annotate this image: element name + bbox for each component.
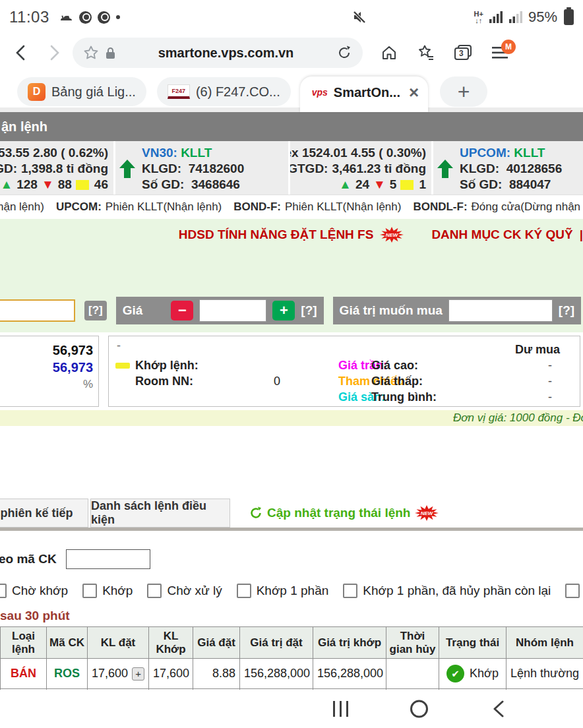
bookmarks-button[interactable]	[409, 38, 443, 67]
stock-detail-box: - Khớp lệnh: Room NN: 0 Giá trần: Tham c…	[108, 336, 580, 407]
forward-button[interactable]	[40, 38, 69, 67]
new-tab-button[interactable]: +	[440, 76, 487, 107]
margin-list-link[interactable]: DANH MỤC CK KÝ QUỸ	[431, 228, 572, 242]
checkbox-khop[interactable]	[82, 584, 97, 598]
home-button[interactable]	[372, 38, 406, 67]
hnx-index-cell[interactable]: Index 1524.01 4.55 ( 0.30%) GTGD:3,461.2…	[290, 141, 431, 195]
unchanged-icon	[400, 180, 414, 190]
recents-button[interactable]	[333, 701, 348, 717]
stock-value-blue: 56,973	[0, 359, 93, 376]
site-favicon: F247	[168, 84, 190, 99]
symbol-filter-label: eo mã CK	[0, 552, 57, 566]
tabbar-bottom-strip	[0, 107, 583, 112]
browser-tab-strip: D Bảng giá Lig... F247 (6) F247.CO... vp…	[0, 71, 583, 112]
battery-percent: 95%	[528, 9, 557, 26]
checkbox-label[interactable]: Khớp 1 phần, đã hủy phần còn lại	[363, 584, 551, 598]
tab-title: SmartOn...	[334, 85, 400, 100]
table-header-row: Loại lệnh Mã CK KL đặt KL Khớp Giá đặt G…	[1, 627, 583, 659]
back-button-android[interactable]	[491, 700, 506, 718]
site-favicon: vps	[312, 87, 328, 98]
upcom-index-cell[interactable]: UPCOM: KLLT KLGD: 40128656 Số GD: 884047	[433, 141, 583, 195]
buy-value-help-button[interactable]: [?]	[559, 303, 574, 318]
checkbox-khop-1-phan-da-huy[interactable]	[343, 584, 357, 598]
checkbox-label[interactable]: Chờ khớp	[12, 584, 68, 598]
stock-value: 56,973	[0, 342, 93, 359]
tab-f247[interactable]: F247 (6) F247.CO...	[157, 77, 291, 106]
content-gap	[0, 426, 583, 499]
khop-lenh-label: Khớp lệnh:	[135, 359, 199, 373]
price-increase-button[interactable]: +	[272, 301, 295, 320]
checkbox-cho-xu-ly[interactable]	[147, 584, 162, 598]
index-value-line: dex 453.55 2.80 ( 0.62%)	[0, 145, 113, 161]
order-entry-zone: HDSD TÍNH NĂNG ĐẶT LỆNH FS NEW DANH MỤC …	[0, 219, 583, 332]
unit-note: Đơn vị giá: 1000 đồng - Đơn vị k	[453, 411, 583, 425]
checkbox-khop-1-phan[interactable]	[237, 584, 251, 598]
refresh-icon[interactable]	[336, 45, 352, 61]
status-filter-row: Chờ khớp Khớp Chờ xử lý Khớp 1 phần Khớp…	[0, 580, 583, 602]
table-row[interactable]: BÁN ROS 17,600 + 17,600 8.88 156,288,000…	[1, 659, 583, 689]
tabs-button[interactable]: 3	[446, 38, 480, 67]
unit-note-strip: Đơn vị giá: 1000 đồng - Đơn vị k	[0, 410, 583, 426]
mute-icon	[352, 10, 367, 24]
favorite-star-icon[interactable]	[83, 45, 99, 61]
address-bar[interactable]: smartone.vps.com.vn	[73, 38, 363, 68]
tab-smartone-active[interactable]: vps SmartOn... ×	[300, 76, 428, 112]
hose-index-cell[interactable]: dex 453.55 2.80 ( 0.62%) GTGD:1,398.8 tỉ…	[0, 141, 113, 195]
clock: 11:03	[9, 8, 49, 26]
orders-table: Loại lệnh Mã CK KL đặt KL Khớp Giá đặt G…	[0, 626, 583, 694]
svg-text:NEW: NEW	[421, 510, 434, 516]
col-header: Mã CK	[47, 627, 88, 659]
toolbar-actions: 3 M	[372, 38, 517, 67]
order-gia-tri-khop: 156,288,000	[313, 659, 386, 689]
checkbox-da-huy[interactable]	[565, 584, 580, 598]
checkbox-label[interactable]: Khớp	[102, 584, 133, 598]
tab-title: Bảng giá Lig...	[51, 84, 136, 100]
unchanged-icon	[76, 180, 89, 190]
network-type-icon: H+ ↓↑	[474, 11, 483, 24]
fs-guide-link[interactable]: HDSD TÍNH NĂNG ĐẶT LỆNH FS	[179, 228, 374, 242]
vn30-index-cell[interactable]: VN30: KLLT KLGD: 74182600 Số GD: 3468646	[115, 141, 288, 195]
tab-conditional-orders[interactable]: Danh sách lệnh điều kiện	[90, 499, 230, 528]
close-tab-icon[interactable]: ×	[409, 84, 419, 101]
checkbox-label[interactable]: Khớp 1 phần	[257, 584, 329, 598]
lock-icon	[106, 47, 115, 59]
new-badge-icon: NEW	[380, 227, 404, 243]
tab-bang-gia[interactable]: D Bảng giá Lig...	[17, 77, 146, 106]
refresh-order-status-link[interactable]: Cập nhật trạng thái lệnh NEW	[249, 499, 439, 528]
order-gia-tri-dat: 156,288,000	[240, 659, 313, 689]
checkbox-label[interactable]: Chờ xử lý	[167, 584, 222, 598]
filter-note: sau 30 phút	[0, 609, 583, 624]
symbol-filter-input[interactable]	[66, 549, 150, 569]
index-value-line: Index 1524.01 4.55 ( 0.30%)	[290, 145, 431, 161]
tab-next-session-orders[interactable]: ệnh phiên kế tiếp	[0, 499, 88, 528]
col-header: Trạng thái	[439, 627, 506, 659]
svg-text:NEW: NEW	[386, 232, 399, 238]
quick-links: HDSD TÍNH NĂNG ĐẶT LỆNH FS NEW DANH MỤC …	[179, 227, 583, 243]
expand-button[interactable]: +	[132, 667, 144, 681]
col-header: KL đặt	[88, 627, 149, 659]
du-mua-header: Dư mua	[515, 343, 560, 357]
home-button-android[interactable]	[410, 700, 428, 718]
price-help-button[interactable]: [?]	[301, 303, 317, 318]
status-bar: 11:03 H+ ↓↑	[0, 0, 583, 34]
gia-cao-label: Giá cao:	[371, 359, 418, 373]
market-index-panel: dex 453.55 2.80 ( 0.62%) GTGD:1,398.8 tỉ…	[0, 141, 583, 195]
col-header: KL Khớp	[149, 627, 193, 659]
order-book-tabs: ệnh phiên kế tiếp Danh sách lệnh điều ki…	[0, 499, 583, 528]
symbol-help-button[interactable]: [?]	[84, 301, 107, 320]
order-thoi-gian-huy	[386, 659, 439, 689]
menu-button[interactable]: M	[483, 38, 517, 67]
app-notification-icon	[98, 11, 110, 24]
tab-title: (6) F247.CO...	[196, 84, 280, 100]
buy-value-group: Giá trị muốn mua [?]	[333, 297, 582, 324]
price-group: Giá − + [?]	[116, 297, 324, 324]
back-button[interactable]	[7, 38, 36, 67]
account-badge: M	[501, 40, 516, 54]
price-input[interactable]	[199, 299, 266, 322]
symbol-input[interactable]	[0, 299, 75, 322]
url-text: smartone.vps.com.vn	[122, 46, 330, 61]
col-header: Giá trị đặt	[240, 627, 313, 659]
checkbox-all[interactable]	[0, 584, 7, 598]
buy-value-input[interactable]	[448, 299, 553, 322]
price-decrease-button[interactable]: −	[171, 301, 193, 320]
